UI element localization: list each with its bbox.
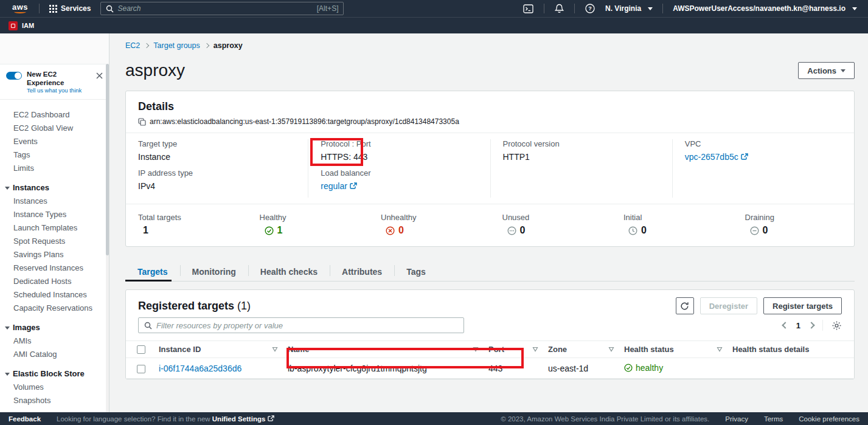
tab-monitoring[interactable]: Monitoring xyxy=(180,263,248,281)
favorites-bar: IAM xyxy=(0,17,868,33)
target-group-arn: arn:aws:elasticloadbalancing:us-east-1:3… xyxy=(150,117,459,126)
column-instance-id: Instance ID xyxy=(159,345,201,354)
cloudshell-icon xyxy=(523,4,533,13)
sidebar-item-savings-plans[interactable]: Savings Plans xyxy=(0,248,109,261)
sidebar-item-snapshots[interactable]: Snapshots xyxy=(0,394,109,407)
sidebar-item-ec2-dashboard[interactable]: EC2 Dashboard xyxy=(0,108,109,122)
notifications-button[interactable] xyxy=(549,0,569,17)
sidebar-item-events[interactable]: Events xyxy=(0,135,109,148)
load-balancer-link[interactable]: regular xyxy=(321,181,357,192)
current-page: 1 xyxy=(796,321,800,330)
target-zone-cell: us-east-1d xyxy=(543,358,619,379)
actions-button[interactable]: Actions xyxy=(798,62,855,79)
sidebar-item-instances[interactable]: Instances xyxy=(0,195,109,208)
refresh-button[interactable] xyxy=(676,297,694,314)
search-icon xyxy=(106,5,114,13)
sidebar-item-volumes[interactable]: Volumes xyxy=(0,381,109,394)
sidebar-nav: EC2 Dashboard EC2 Global View Events Tag… xyxy=(0,100,109,407)
sidebar-item-ami-catalog[interactable]: AMI Catalog xyxy=(0,348,109,361)
details-heading: Details xyxy=(138,100,842,113)
copyright-text: © 2023, Amazon Web Services India Privat… xyxy=(501,415,709,423)
column-port: Port xyxy=(488,345,504,354)
help-icon: ? xyxy=(585,4,595,13)
sidebar-section-instances[interactable]: Instances xyxy=(0,181,109,195)
vpc-label: VPC xyxy=(685,139,842,148)
deregister-button[interactable]: Deregister xyxy=(700,297,757,314)
account-label: AWSPowerUserAccess/navaneeth.kn@harness.… xyxy=(673,4,845,13)
select-all-checkbox[interactable] xyxy=(137,345,145,354)
cookie-preferences-link[interactable]: Cookie preferences xyxy=(799,415,859,423)
sort-icon[interactable] xyxy=(717,347,723,352)
instance-id-link[interactable]: i-06f1744a6a25d36d6 xyxy=(159,364,241,373)
next-page-button[interactable] xyxy=(808,322,814,328)
unified-settings-link[interactable]: Unified Settings xyxy=(212,415,266,423)
breadcrumb-ec2-link[interactable]: EC2 xyxy=(125,41,140,50)
sort-icon[interactable] xyxy=(473,347,479,352)
register-targets-button[interactable]: Register targets xyxy=(763,297,842,314)
feedback-button[interactable]: Feedback xyxy=(9,415,41,423)
breadcrumb-target-groups-link[interactable]: Target groups xyxy=(153,41,200,50)
svg-text:?: ? xyxy=(588,5,592,12)
services-menu-button[interactable]: Services xyxy=(44,0,95,17)
sidebar-item-spot-requests[interactable]: Spot Requests xyxy=(0,235,109,248)
sidebar-item-reserved-instances[interactable]: Reserved Instances xyxy=(0,261,109,275)
sidebar-item-amis[interactable]: AMIs xyxy=(0,334,109,348)
column-health-status-details: Health status details xyxy=(732,345,809,354)
vpc-link[interactable]: vpc-2657db5c xyxy=(685,151,748,162)
language-hint: Looking for language selection? Find it … xyxy=(57,415,274,423)
new-experience-toggle[interactable] xyxy=(6,72,22,80)
account-menu[interactable]: AWSPowerUserAccess/navaneeth.kn@harness.… xyxy=(668,0,862,17)
ec2-sidebar: New EC2 Experience Tell us what you thin… xyxy=(0,33,109,412)
aws-logo[interactable]: aws xyxy=(6,4,34,13)
services-label: Services xyxy=(61,4,91,13)
sort-icon[interactable] xyxy=(272,347,278,352)
sidebar-scrollbar[interactable] xyxy=(106,64,109,412)
region-label: N. Virginia xyxy=(605,4,641,13)
unused-label: Unused xyxy=(502,213,600,222)
tab-health-checks[interactable]: Health checks xyxy=(248,263,330,281)
sidebar-section-images[interactable]: Images xyxy=(0,321,109,334)
sidebar-item-instance-types[interactable]: Instance Types xyxy=(0,208,109,221)
sidebar-item-scheduled-instances[interactable]: Scheduled Instances xyxy=(0,288,109,302)
terms-link[interactable]: Terms xyxy=(764,415,783,423)
favorite-iam-link[interactable]: IAM xyxy=(22,22,34,29)
draining-label: Draining xyxy=(745,213,842,222)
row-checkbox[interactable] xyxy=(137,365,145,373)
target-type-value: Instance xyxy=(138,151,296,162)
console-footer: Feedback Looking for language selection?… xyxy=(0,412,868,425)
healthy-label: Healthy xyxy=(260,213,357,222)
copy-icon[interactable] xyxy=(138,118,146,126)
feedback-link[interactable]: Tell us what you think xyxy=(27,87,91,94)
tab-tags[interactable]: Tags xyxy=(394,263,438,281)
close-icon[interactable] xyxy=(96,72,103,79)
sort-icon[interactable] xyxy=(608,347,614,352)
column-zone: Zone xyxy=(548,345,567,354)
cloudshell-button[interactable] xyxy=(518,0,539,17)
divider xyxy=(544,4,544,13)
tab-attributes[interactable]: Attributes xyxy=(330,263,394,281)
initial-clock-icon xyxy=(628,226,637,235)
sidebar-item-capacity-reservations[interactable]: Capacity Reservations xyxy=(0,302,109,315)
sidebar-item-ec2-global-view[interactable]: EC2 Global View xyxy=(0,122,109,135)
sort-icon[interactable] xyxy=(532,347,538,352)
settings-gear-button[interactable] xyxy=(832,320,842,331)
chevron-down-icon xyxy=(5,373,10,376)
sidebar-section-elastic-block-store[interactable]: Elastic Block Store xyxy=(0,367,109,381)
region-selector[interactable]: N. Virginia xyxy=(600,0,658,17)
tab-targets[interactable]: Targets xyxy=(125,263,180,281)
details-panel: Details arn:aws:elasticloadbalancing:us-… xyxy=(125,91,855,247)
privacy-link[interactable]: Privacy xyxy=(725,415,748,423)
ip-address-type-value: IPv4 xyxy=(138,181,296,192)
filter-placeholder: Filter resources by property or value xyxy=(156,321,283,330)
page-title: asproxy xyxy=(125,61,185,80)
sidebar-item-launch-templates[interactable]: Launch Templates xyxy=(0,221,109,235)
draining-minus-icon xyxy=(750,226,759,235)
sidebar-item-tags[interactable]: Tags xyxy=(0,148,109,162)
filter-input[interactable]: Filter resources by property or value xyxy=(138,317,464,333)
help-button[interactable]: ? xyxy=(580,0,600,17)
global-search-input[interactable]: Search [Alt+S] xyxy=(100,2,344,15)
sidebar-item-dedicated-hosts[interactable]: Dedicated Hosts xyxy=(0,275,109,288)
previous-page-button[interactable] xyxy=(782,322,788,328)
sidebar-item-limits[interactable]: Limits xyxy=(0,162,109,175)
column-name: Name xyxy=(288,345,309,354)
